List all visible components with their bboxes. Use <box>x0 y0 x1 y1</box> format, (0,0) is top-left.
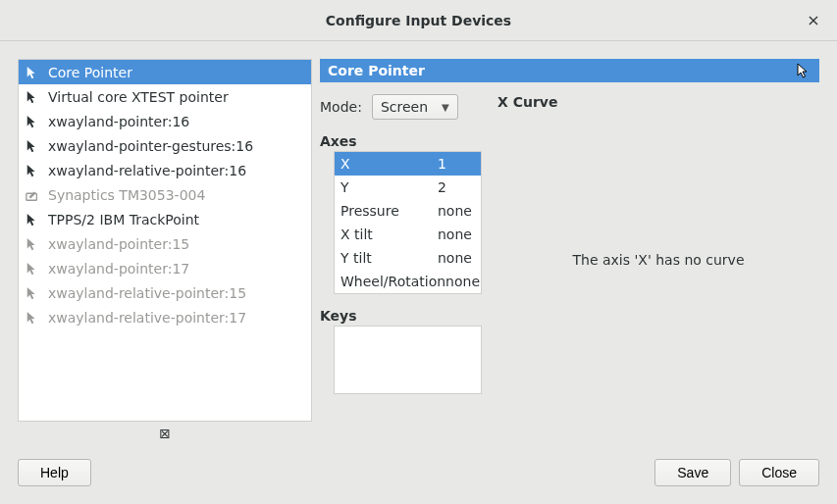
detail-left: Mode: Screen ▼ Axes X1Y2PressurenoneX ti… <box>320 94 482 445</box>
titlebar: Configure Input Devices × <box>0 0 837 41</box>
mode-combo[interactable]: Screen ▼ <box>372 94 458 120</box>
device-list-item[interactable]: xwayland-relative-pointer:16 <box>19 158 311 182</box>
close-icon[interactable]: × <box>804 11 823 30</box>
mode-label: Mode: <box>320 99 362 115</box>
axes-section-label: Axes <box>320 133 482 149</box>
device-name: xwayland-relative-pointer:15 <box>48 285 246 301</box>
cursor-icon <box>25 261 40 277</box>
mode-row: Mode: Screen ▼ <box>320 94 482 120</box>
cursor-icon <box>796 63 811 78</box>
device-list-item[interactable]: xwayland-pointer:15 <box>19 231 311 256</box>
axes-table[interactable]: X1Y2PressurenoneX tiltnoneY tiltnoneWhee… <box>334 151 482 294</box>
axis-value: none <box>445 274 480 289</box>
cursor-icon <box>25 163 40 178</box>
axis-name: Y tilt <box>340 250 438 266</box>
device-list[interactable]: Core PointerVirtual core XTEST pointerxw… <box>18 59 312 422</box>
mode-value: Screen <box>381 99 428 115</box>
close-button[interactable]: Close <box>739 459 819 486</box>
chevron-down-icon: ▼ <box>442 102 449 113</box>
device-name: xwayland-pointer:17 <box>48 261 189 277</box>
device-list-item[interactable]: Virtual core XTEST pointer <box>19 84 311 109</box>
cursor-icon <box>25 285 40 301</box>
detail-header: Core Pointer <box>320 59 819 82</box>
device-list-item[interactable]: TPPS/2 IBM TrackPoint <box>19 207 311 231</box>
keys-list[interactable] <box>334 326 482 394</box>
device-list-item[interactable]: xwayland-pointer:17 <box>19 256 311 280</box>
axis-name: Wheel/Rotation <box>340 274 445 289</box>
save-button[interactable]: Save <box>654 459 731 486</box>
device-name: xwayland-pointer-gestures:16 <box>48 138 253 154</box>
device-list-item[interactable]: xwayland-pointer-gestures:16 <box>19 133 311 158</box>
axes-row[interactable]: Y tiltnone <box>335 246 481 270</box>
button-row: Help Save Close <box>18 459 819 486</box>
help-button[interactable]: Help <box>18 459 91 486</box>
device-list-item[interactable]: xwayland-relative-pointer:15 <box>19 280 311 305</box>
device-list-item[interactable]: Synaptics TM3053-004 <box>19 182 311 207</box>
cursor-icon <box>25 89 40 105</box>
curve-section-label: X Curve <box>497 94 819 110</box>
axes-row[interactable]: Pressurenone <box>335 199 481 223</box>
detail-panel: Core Pointer Mode: Screen ▼ Axes X1Y2 <box>320 59 819 445</box>
axes-row[interactable]: Wheel/Rotationnone <box>335 270 481 293</box>
spacer <box>99 459 647 486</box>
device-name: Synaptics TM3053-004 <box>48 187 205 203</box>
axis-name: Pressure <box>340 203 438 219</box>
remove-device-icon[interactable]: ⊠ <box>157 426 173 441</box>
axes-row[interactable]: Y2 <box>335 176 481 199</box>
detail-right: X Curve The axis 'X' has no curve <box>497 94 819 445</box>
keys-section-label: Keys <box>320 308 482 324</box>
cursor-icon <box>25 236 40 252</box>
axis-value: none <box>438 250 475 266</box>
window-title: Configure Input Devices <box>326 13 511 28</box>
device-name: Core Pointer <box>48 65 132 80</box>
device-name: xwayland-relative-pointer:16 <box>48 163 246 178</box>
cursor-icon <box>25 65 40 80</box>
main-row: Core PointerVirtual core XTEST pointerxw… <box>18 59 819 445</box>
device-name: xwayland-pointer:15 <box>48 236 189 252</box>
axis-value: none <box>438 227 475 242</box>
cursor-icon <box>25 114 40 129</box>
axis-name: X tilt <box>340 227 438 242</box>
device-sidebar: Core PointerVirtual core XTEST pointerxw… <box>18 59 312 445</box>
content-area: Core PointerVirtual core XTEST pointerxw… <box>0 41 837 504</box>
detail-body: Mode: Screen ▼ Axes X1Y2PressurenoneX ti… <box>320 82 819 445</box>
cursor-icon <box>25 310 40 326</box>
axis-name: Y <box>340 179 438 195</box>
device-list-item[interactable]: Core Pointer <box>19 60 311 84</box>
axis-name: X <box>340 156 438 172</box>
axes-row[interactable]: X1 <box>335 152 481 176</box>
device-name: TPPS/2 IBM TrackPoint <box>48 212 199 227</box>
device-name: xwayland-relative-pointer:17 <box>48 310 246 326</box>
axis-value: 2 <box>438 179 475 195</box>
axis-value: 1 <box>438 156 475 172</box>
device-name: Virtual core XTEST pointer <box>48 89 229 105</box>
cursor-icon <box>25 212 40 227</box>
tablet-icon <box>25 187 40 203</box>
cursor-icon <box>25 138 40 154</box>
device-list-item[interactable]: xwayland-pointer:16 <box>19 109 311 133</box>
device-name: xwayland-pointer:16 <box>48 114 189 129</box>
curve-message: The axis 'X' has no curve <box>497 114 819 445</box>
device-list-item[interactable]: xwayland-relative-pointer:17 <box>19 305 311 329</box>
device-toolbar: ⊠ <box>18 422 312 445</box>
axes-row[interactable]: X tiltnone <box>335 223 481 246</box>
detail-title: Core Pointer <box>328 63 425 78</box>
axis-value: none <box>438 203 475 219</box>
